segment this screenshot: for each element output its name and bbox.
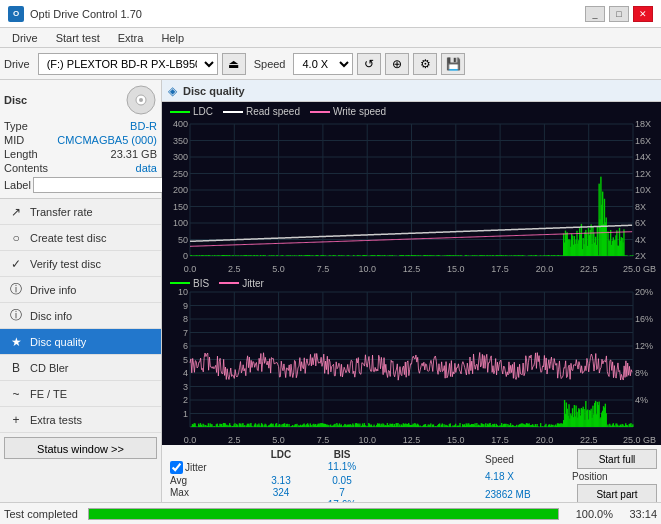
stats-max-ldc: 324 [251, 487, 311, 498]
mid-row: MID CMCMAGBA5 (000) [4, 134, 157, 146]
stats-bis-header: BIS [312, 449, 372, 460]
main-area: Disc Type BD-R MID CMCMAGBA5 (000) Lengt… [0, 80, 661, 524]
nav-create-test-disc-label: Create test disc [30, 232, 106, 244]
disc-icon [125, 84, 157, 116]
nav-disc-quality-label: Disc quality [30, 336, 86, 348]
nav-transfer-rate-label: Transfer rate [30, 206, 93, 218]
nav-cd-bler[interactable]: B CD Bler [0, 355, 161, 381]
type-row: Type BD-R [4, 120, 157, 132]
speed-label-right: Speed [485, 454, 570, 465]
legend-ldc-label: LDC [193, 106, 213, 117]
nav-disc-info-label: Disc info [30, 310, 72, 322]
mid-value: CMCMAGBA5 (000) [57, 134, 157, 146]
menu-extra[interactable]: Extra [110, 30, 152, 46]
label-key: Label [4, 179, 31, 191]
status-text: Test completed [4, 508, 84, 520]
svg-point-2 [139, 98, 143, 102]
menu-drive[interactable]: Drive [4, 30, 46, 46]
copy-button[interactable]: ⊕ [385, 53, 409, 75]
progress-bar-fill [89, 509, 558, 519]
legend-jitter-chart: Jitter [219, 278, 264, 289]
stats-jitter-check-container: Jitter [170, 461, 250, 474]
menu-help[interactable]: Help [153, 30, 192, 46]
nav-verify-test-disc-label: Verify test disc [30, 258, 101, 270]
save-button[interactable]: 💾 [441, 53, 465, 75]
jitter-label: Jitter [185, 462, 207, 473]
nav-disc-info[interactable]: ⓘ Disc info [0, 303, 161, 329]
status-percent: 100.0% [563, 508, 613, 520]
title-bar: O Opti Drive Control 1.70 _ □ ✕ [0, 0, 661, 28]
nav-transfer-rate[interactable]: ↗ Transfer rate [0, 199, 161, 225]
status-window-button[interactable]: Status window >> [4, 437, 157, 459]
stats-empty-header [170, 449, 250, 460]
title-left: O Opti Drive Control 1.70 [8, 6, 142, 22]
legend-write-speed-label: Write speed [333, 106, 386, 117]
legend-write-speed: Write speed [310, 106, 386, 117]
nav-disc-quality[interactable]: ★ Disc quality [0, 329, 161, 355]
top-chart-legend: LDC Read speed Write speed [170, 106, 386, 117]
legend-ldc: LDC [170, 106, 213, 117]
label-row: Label ⚙ [4, 176, 157, 194]
chart-bottom: BIS Jitter [162, 274, 661, 445]
close-button[interactable]: ✕ [633, 6, 653, 22]
mid-label: MID [4, 134, 24, 146]
jitter-checkbox[interactable] [170, 461, 183, 474]
type-value: BD-R [130, 120, 157, 132]
status-bar: Test completed 100.0% 33:14 [0, 502, 661, 524]
drive-info-icon: ⓘ [8, 282, 24, 298]
minimize-button[interactable]: _ [585, 6, 605, 22]
disc-info-icon: ⓘ [8, 308, 24, 324]
start-part-button[interactable]: Start part [577, 484, 657, 504]
legend-bis-label: BIS [193, 278, 209, 289]
legend-jitter-label: Jitter [242, 278, 264, 289]
legend-read-speed-label: Read speed [246, 106, 300, 117]
position-value: 23862 MB [485, 489, 570, 500]
start-full-button[interactable]: Start full [577, 449, 657, 469]
toolbar: Drive (F:) PLEXTOR BD-R PX-LB950SA 1.06 … [0, 48, 661, 80]
status-time: 33:14 [617, 508, 657, 520]
window-controls: _ □ ✕ [585, 6, 653, 22]
nav-create-test-disc[interactable]: ○ Create test disc [0, 225, 161, 251]
disc-quality-icon: ★ [8, 334, 24, 350]
cd-bler-icon: B [8, 360, 24, 376]
bottom-chart-legend: BIS Jitter [170, 278, 264, 289]
length-row: Length 23.31 GB [4, 148, 157, 160]
transfer-rate-icon: ↗ [8, 204, 24, 220]
stats-ldc-header: LDC [251, 449, 311, 460]
drive-selector[interactable]: (F:) PLEXTOR BD-R PX-LB950SA 1.06 [38, 53, 218, 75]
speed-selector[interactable]: 4.0 X [293, 53, 353, 75]
nav-drive-info-label: Drive info [30, 284, 76, 296]
label-input[interactable] [33, 177, 166, 193]
nav-verify-test-disc[interactable]: ✓ Verify test disc [0, 251, 161, 277]
create-test-disc-icon: ○ [8, 230, 24, 246]
speed-label: Speed [254, 58, 286, 70]
stats-avg-label: Avg [170, 475, 250, 486]
verify-test-disc-icon: ✓ [8, 256, 24, 272]
settings-button[interactable]: ⚙ [413, 53, 437, 75]
disc-section: Disc Type BD-R MID CMCMAGBA5 (000) Lengt… [0, 80, 161, 199]
nav-cd-bler-label: CD Bler [30, 362, 69, 374]
chart-header: ◈ Disc quality [162, 80, 661, 102]
extra-tests-icon: + [8, 412, 24, 428]
chart-top: LDC Read speed Write speed [162, 102, 661, 274]
nav-extra-tests[interactable]: + Extra tests [0, 407, 161, 433]
nav-fe-te[interactable]: ~ FE / TE [0, 381, 161, 407]
app-title: Opti Drive Control 1.70 [30, 8, 142, 20]
refresh-button[interactable]: ↺ [357, 53, 381, 75]
stats-max-label: Max [170, 487, 250, 498]
contents-value: data [136, 162, 157, 174]
position-label: Position [572, 471, 657, 482]
menu-start-test[interactable]: Start test [48, 30, 108, 46]
length-label: Length [4, 148, 38, 160]
jitter-check-label[interactable]: Jitter [170, 461, 250, 474]
stats-avg-jitter: 11.1% [312, 461, 372, 474]
contents-row: Contents data [4, 162, 157, 174]
maximize-button[interactable]: □ [609, 6, 629, 22]
disc-section-title: Disc [4, 94, 27, 106]
disc-header: Disc [4, 84, 157, 116]
eject-button[interactable]: ⏏ [222, 53, 246, 75]
length-value: 23.31 GB [111, 148, 157, 160]
speed-value-right: 4.18 X [485, 471, 570, 482]
nav-drive-info[interactable]: ⓘ Drive info [0, 277, 161, 303]
stats-empty [251, 461, 311, 474]
